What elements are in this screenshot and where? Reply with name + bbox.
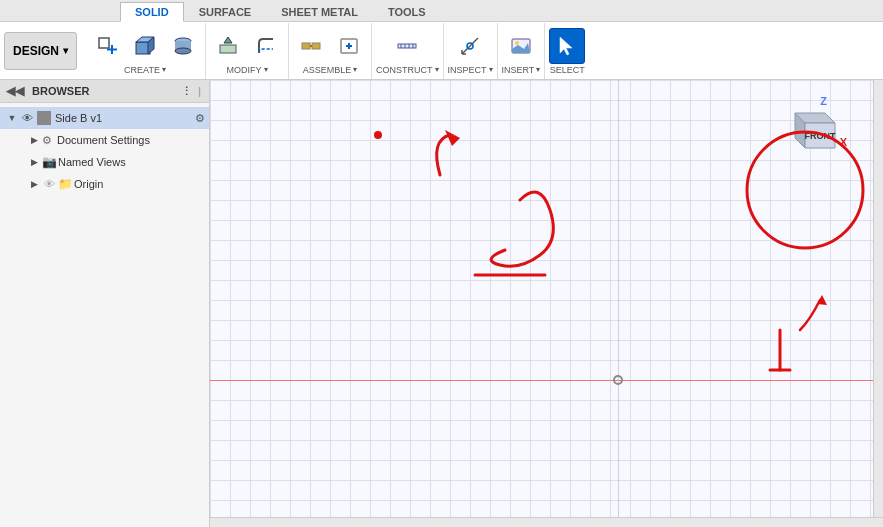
browser-header: ◀◀ BROWSER ⋮ |	[0, 80, 209, 103]
toolbar-group-insert: INSERT ▾	[498, 23, 546, 79]
main-toolbar: DESIGN ▾	[0, 22, 883, 80]
construct-tools	[389, 23, 425, 65]
design-button[interactable]: DESIGN ▾	[4, 32, 77, 70]
select-label[interactable]: SELECT	[550, 65, 585, 77]
measure-button[interactable]	[452, 28, 488, 64]
inspect-tools	[452, 23, 488, 65]
browser-collapse-button[interactable]: ◀◀	[6, 84, 24, 98]
new-component2-icon	[338, 35, 360, 57]
joint-icon	[300, 35, 322, 57]
tab-surface[interactable]: SURFACE	[184, 2, 267, 21]
browser-options-icon[interactable]: ⋮	[181, 85, 192, 98]
svg-point-8	[175, 48, 191, 54]
center-axis-line	[618, 80, 619, 527]
axis-x-label: X	[840, 136, 847, 148]
joint-button[interactable]	[293, 28, 329, 64]
canvas-scrollbar-vertical[interactable]	[873, 80, 883, 517]
construct-label[interactable]: CONSTRUCT ▾	[376, 65, 439, 77]
inspect-label[interactable]: INSPECT ▾	[448, 65, 493, 77]
insert-tools	[503, 23, 539, 65]
origin-marker	[613, 375, 623, 385]
cylinder-button[interactable]	[165, 28, 201, 64]
viewcube-svg: FRONT	[775, 98, 845, 168]
new-component-icon	[96, 35, 118, 57]
insert-image-icon	[510, 35, 532, 57]
origin-expand-arrow[interactable]: ▶	[28, 178, 40, 190]
browser-panel-separator: |	[198, 85, 201, 97]
modify-label[interactable]: MODIFY ▾	[227, 65, 268, 77]
browser-item-doc-settings[interactable]: ▶ ⚙ Document Settings	[0, 129, 209, 151]
box-button[interactable]	[127, 28, 163, 64]
named-views-icon: 📷	[42, 155, 56, 169]
tab-sheetmetal[interactable]: SHEET METAL	[266, 2, 373, 21]
new-component-button[interactable]	[89, 28, 125, 64]
svg-rect-0	[99, 38, 109, 48]
browser-item-origin[interactable]: ▶ 👁 📁 Origin	[0, 173, 209, 195]
viewcube[interactable]: Z FRONT X	[773, 90, 853, 170]
measure-icon	[459, 35, 481, 57]
svg-line-22	[462, 38, 478, 54]
toolbar-group-modify: MODIFY ▾	[206, 23, 289, 79]
modify-tools	[210, 23, 284, 65]
ground-plane-line	[210, 380, 883, 381]
browser-item-side-b[interactable]: ▼ 👁 Side B v1 ⚙	[0, 107, 209, 129]
doc-settings-expand-arrow[interactable]: ▶	[28, 134, 40, 146]
toolbar-group-create: CREATE ▾	[85, 23, 206, 79]
assemble-chevron: ▾	[353, 65, 357, 74]
svg-rect-9	[220, 45, 236, 53]
main-area: ◀◀ BROWSER ⋮ | ▼ 👁 Side B v1 ⚙ ▶ ⚙ Docum…	[0, 80, 883, 527]
fillet-button[interactable]	[248, 28, 284, 64]
side-b-visibility-icon[interactable]: 👁	[22, 112, 33, 124]
design-chevron: ▾	[63, 45, 68, 56]
new-component2-button[interactable]	[331, 28, 367, 64]
create-chevron: ▾	[162, 65, 166, 74]
svg-point-27	[515, 41, 519, 45]
insert-image-button[interactable]	[503, 28, 539, 64]
toolbar-group-select: SELECT	[545, 23, 589, 79]
press-pull-icon	[217, 35, 239, 57]
toolbar-group-construct: CONSTRUCT ▾	[372, 23, 444, 79]
origin-label: Origin	[74, 178, 205, 190]
origin-visibility-icon[interactable]: 👁	[42, 177, 56, 191]
cylinder-icon	[172, 35, 194, 57]
insert-chevron: ▾	[536, 65, 540, 74]
side-b-expand-arrow[interactable]: ▼	[6, 112, 18, 124]
select-button[interactable]	[549, 28, 585, 64]
offset-plane-button[interactable]	[389, 28, 425, 64]
box-icon	[134, 35, 156, 57]
side-b-settings-icon[interactable]: ⚙	[195, 112, 205, 125]
tab-solid[interactable]: SOLID	[120, 2, 184, 22]
canvas-viewport[interactable]: Z FRONT X	[210, 80, 883, 527]
create-label[interactable]: CREATE ▾	[124, 65, 166, 77]
insert-label[interactable]: INSERT ▾	[502, 65, 541, 77]
design-label: DESIGN	[13, 44, 59, 58]
svg-rect-12	[312, 43, 320, 49]
side-b-label: Side B v1	[55, 112, 193, 124]
browser-panel: ◀◀ BROWSER ⋮ | ▼ 👁 Side B v1 ⚙ ▶ ⚙ Docum…	[0, 80, 210, 527]
svg-rect-11	[302, 43, 310, 49]
toolbar-group-assemble: ASSEMBLE ▾	[289, 23, 372, 79]
doc-settings-gear-icon: ⚙	[42, 134, 52, 147]
browser-title: BROWSER	[32, 85, 177, 97]
named-views-expand-arrow[interactable]: ▶	[28, 156, 40, 168]
svg-marker-29	[560, 37, 572, 55]
toolbar-group-inspect: INSPECT ▾	[444, 23, 498, 79]
doc-settings-label: Document Settings	[57, 134, 205, 146]
modify-chevron: ▾	[264, 65, 268, 74]
assemble-tools	[293, 23, 367, 65]
construct-chevron: ▾	[435, 65, 439, 74]
inspect-chevron: ▾	[489, 65, 493, 74]
browser-items-list: ▼ 👁 Side B v1 ⚙ ▶ ⚙ Document Settings ▶ …	[0, 103, 209, 527]
svg-text:FRONT: FRONT	[805, 131, 836, 141]
select-icon	[556, 35, 578, 57]
tab-bar: SOLID SURFACE SHEET METAL TOOLS	[0, 0, 883, 22]
named-views-label: Named Views	[58, 156, 205, 168]
canvas-scrollbar-horizontal[interactable]	[210, 517, 883, 527]
press-pull-button[interactable]	[210, 28, 246, 64]
browser-item-named-views[interactable]: ▶ 📷 Named Views	[0, 151, 209, 173]
tab-tools[interactable]: TOOLS	[373, 2, 441, 21]
svg-marker-10	[224, 37, 232, 43]
side-b-component-icon	[37, 111, 51, 125]
create-tools	[89, 23, 201, 65]
assemble-label[interactable]: ASSEMBLE ▾	[303, 65, 358, 77]
